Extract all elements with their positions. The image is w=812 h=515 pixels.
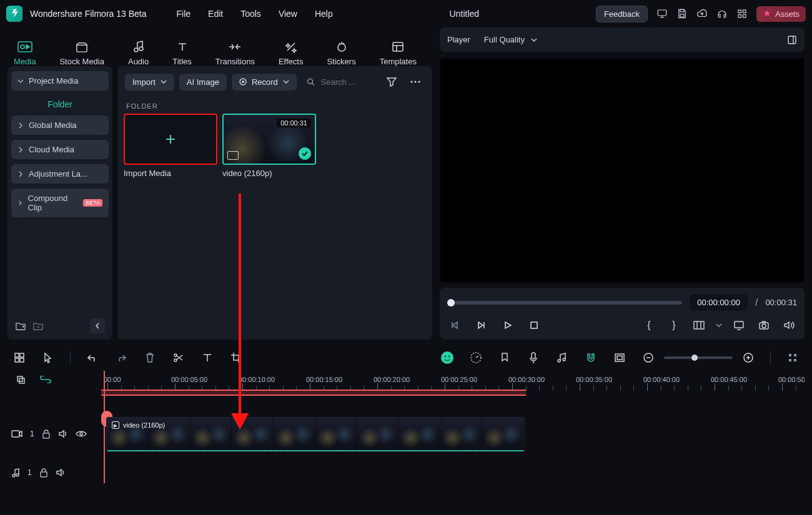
zoom-out-icon[interactable]	[639, 348, 658, 367]
video-tile[interactable]: 00:00:31 video (2160p)	[222, 114, 316, 178]
speed-icon[interactable]	[467, 348, 485, 367]
redo-button[interactable]	[112, 348, 131, 367]
svg-rect-44	[794, 354, 796, 356]
zoom-in-icon[interactable]	[739, 348, 758, 367]
tab-audio[interactable]: Audio	[128, 41, 149, 66]
magnet-icon[interactable]	[582, 348, 600, 367]
split-button[interactable]	[169, 348, 188, 367]
headphones-icon[interactable]	[716, 8, 728, 19]
zoom-control[interactable]	[639, 348, 758, 367]
mark-out-button[interactable]: }	[666, 317, 682, 333]
svg-point-32	[445, 356, 447, 358]
link-folder-icon[interactable]	[32, 321, 44, 331]
video-track-header: 1	[7, 410, 101, 458]
display-button[interactable]	[731, 317, 747, 333]
sidebar-compound-clip[interactable]: Compound Clip BETA	[11, 189, 109, 217]
timeline-toolbar	[7, 345, 805, 371]
more-button[interactable]	[406, 72, 425, 91]
stickers-icon	[334, 41, 349, 53]
tab-templates[interactable]: Templates	[380, 41, 417, 66]
tab-titles[interactable]: Titles	[172, 41, 192, 66]
main-menu: File Edit Tools View Help	[177, 9, 333, 19]
new-folder-icon[interactable]	[15, 321, 26, 331]
visibility-icon[interactable]	[76, 430, 87, 438]
cursor-icon[interactable]	[39, 348, 57, 367]
svg-rect-6	[743, 15, 746, 18]
delete-button[interactable]	[141, 348, 159, 367]
timeline-tracks[interactable]: 00:0000:00:05:0000:00:10:0000:00:15:0000…	[101, 371, 805, 483]
duplicate-icon[interactable]	[11, 370, 30, 389]
lock-icon[interactable]	[42, 429, 51, 439]
assets-button[interactable]: Assets	[756, 6, 806, 22]
sidebar-project-media[interactable]: Project Media	[11, 71, 109, 91]
menu-file[interactable]: File	[177, 9, 191, 19]
ai-image-button[interactable]: AI Image	[179, 74, 227, 91]
voiceover-icon[interactable]	[524, 348, 543, 367]
mute-icon[interactable]	[58, 429, 68, 438]
ai-face-icon[interactable]	[438, 348, 457, 367]
prev-frame-button[interactable]	[447, 317, 463, 333]
desktop-icon[interactable]	[656, 8, 668, 19]
link-icon[interactable]	[36, 370, 55, 389]
lock-icon[interactable]	[39, 468, 48, 478]
volume-button[interactable]	[781, 317, 797, 333]
filter-button[interactable]	[382, 72, 401, 91]
sidebar-adjustment-layer[interactable]: Adjustment La...	[11, 164, 109, 184]
cloud-upload-icon[interactable]	[696, 8, 708, 19]
menu-tools[interactable]: Tools	[240, 9, 261, 19]
tab-stickers[interactable]: Stickers	[327, 41, 355, 66]
track-view-icon[interactable]	[783, 348, 802, 367]
tab-transitions[interactable]: Transitions	[215, 41, 255, 66]
chevron-down-icon[interactable]	[716, 322, 722, 328]
import-button[interactable]: Import	[125, 74, 174, 91]
svg-rect-28	[20, 358, 24, 362]
svg-rect-49	[43, 433, 49, 438]
tab-media[interactable]: Media	[14, 41, 36, 66]
layout-icon[interactable]	[10, 348, 29, 367]
frame-icon[interactable]	[610, 348, 629, 367]
ruler-label: 00:00	[104, 376, 121, 383]
sidebar-cloud-media[interactable]: Cloud Media	[11, 140, 109, 159]
panel-icon[interactable]	[787, 35, 797, 45]
preview-canvas[interactable]	[440, 58, 805, 283]
text-button[interactable]	[198, 348, 217, 367]
search-input[interactable]	[320, 77, 372, 87]
stop-button[interactable]	[526, 317, 542, 333]
timeline-clip[interactable]: ▸video (2160p)	[106, 417, 525, 452]
player-quality-dropdown[interactable]: Full Quality	[479, 32, 542, 47]
collapse-sidebar-button[interactable]	[90, 318, 105, 333]
crop-button[interactable]	[227, 348, 245, 367]
apps-icon[interactable]	[736, 8, 748, 19]
tab-stock-media[interactable]: Stock Media	[59, 41, 104, 66]
play-forward-button[interactable]	[473, 317, 490, 333]
mark-in-button[interactable]: {	[641, 317, 657, 333]
sidebar-folder[interactable]: Folder	[11, 96, 109, 110]
audio-track-header: 1	[7, 462, 101, 483]
menu-edit[interactable]: Edit	[208, 9, 223, 19]
feedback-button[interactable]: Feedback	[596, 6, 648, 22]
audio-sync-icon[interactable]	[553, 348, 572, 367]
save-icon[interactable]	[676, 8, 688, 19]
seek-thumb[interactable]	[447, 299, 455, 307]
menu-view[interactable]: View	[279, 9, 297, 19]
marker-icon[interactable]	[495, 348, 514, 367]
ruler-label: 00:00:50:00	[778, 376, 805, 383]
import-media-tile[interactable]: + Import Media	[124, 114, 217, 178]
sidebar-global-media[interactable]: Global Media	[11, 115, 109, 135]
record-icon	[239, 78, 247, 86]
zoom-thumb[interactable]	[691, 355, 698, 361]
timeline-ruler[interactable]: 00:0000:00:05:0000:00:10:0000:00:15:0000…	[101, 371, 805, 396]
snapshot-button[interactable]	[756, 317, 772, 333]
seek-track[interactable]	[447, 301, 682, 305]
tab-effects[interactable]: Effects	[279, 41, 304, 66]
record-button[interactable]: Record	[232, 74, 297, 91]
play-button[interactable]	[500, 317, 516, 333]
zoom-track[interactable]	[664, 356, 733, 359]
menu-help[interactable]: Help	[315, 9, 333, 19]
undo-button[interactable]	[83, 348, 102, 367]
aspect-button[interactable]	[691, 317, 707, 333]
mute-icon[interactable]	[56, 468, 66, 477]
chevron-down-icon	[531, 37, 537, 43]
media-search[interactable]	[302, 73, 377, 91]
svg-rect-25	[15, 353, 19, 357]
